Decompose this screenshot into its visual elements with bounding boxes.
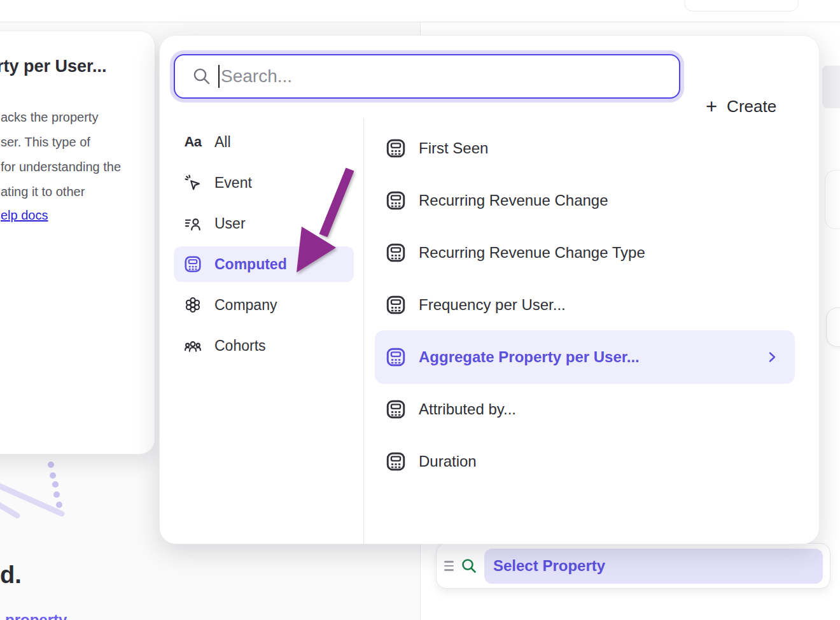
calculator-icon (385, 294, 407, 316)
property-label: Attributed by... (419, 400, 516, 418)
property-label: Recurring Revenue Change (419, 192, 608, 209)
tooltip-body-line: acks the property (1, 110, 98, 125)
search-focus-ring (170, 50, 684, 102)
property-row-attributed-by[interactable]: Attributed by... (375, 390, 795, 428)
calculator-icon (385, 137, 407, 159)
user-list-icon (183, 213, 203, 234)
property-label: Recurring Revenue Change Type (419, 244, 645, 262)
property-label: Frequency per User... (419, 296, 566, 314)
property-row-duration[interactable]: Duration (375, 442, 795, 481)
help-docs-link[interactable]: elp docs (1, 208, 48, 223)
chevron-right-icon (764, 349, 780, 365)
property-row-first-seen[interactable]: First Seen (375, 129, 795, 167)
background-pill-partial (826, 307, 840, 347)
text-cursor (218, 65, 220, 88)
page-heading-fragment: d. (0, 561, 22, 589)
property-tooltip-card: rty per User... acks the property ser. T… (0, 31, 155, 454)
calculator-icon (385, 398, 407, 420)
drag-handle-icon[interactable] (444, 561, 454, 570)
category-label: Cohorts (214, 337, 266, 355)
calculator-icon (385, 346, 407, 368)
background-tab-partial (822, 66, 840, 108)
property-row-aggregate-property-per-user[interactable]: Aggregate Property per User... (375, 330, 795, 384)
property-filter-card: Select Property (436, 543, 830, 589)
create-button[interactable]: + Create (706, 97, 776, 116)
category-label: All (214, 134, 231, 151)
tooltip-body-line: ser. This type of (1, 135, 90, 150)
tooltip-body-line: for understanding the (1, 160, 121, 174)
search-icon (192, 66, 212, 87)
cohorts-people-icon (183, 335, 203, 356)
plus-icon: + (706, 97, 717, 116)
select-property-button[interactable]: Select Property (484, 549, 823, 584)
category-event[interactable]: Event (174, 165, 354, 201)
category-label: User (214, 215, 246, 232)
tooltip-title: rty per User... (0, 57, 107, 76)
search-field[interactable] (174, 54, 680, 99)
event-cursor-icon (183, 173, 203, 193)
create-button-label: Create (727, 97, 776, 116)
calculator-icon (385, 451, 407, 472)
tooltip-body-line: ating it to other (1, 185, 85, 199)
category-all[interactable]: Aa All (174, 124, 354, 160)
company-cluster-icon (183, 295, 203, 315)
aa-text-icon: Aa (183, 132, 203, 152)
category-label: Company (214, 297, 277, 314)
calculator-icon (385, 242, 407, 264)
calculator-icon (183, 254, 203, 274)
select-property-label: Select Property (493, 557, 605, 575)
category-label: Event (214, 174, 252, 192)
green-search-icon (460, 557, 478, 575)
property-label: Aggregate Property per User... (419, 348, 640, 366)
search-input[interactable] (221, 66, 603, 87)
bottom-link-fragment[interactable]: property (5, 611, 67, 620)
top-toolbar-button-partial[interactable] (684, 0, 799, 11)
property-row-frequency-per-user[interactable]: Frequency per User... (375, 286, 795, 324)
calculator-icon (385, 190, 407, 211)
category-computed[interactable]: Computed (174, 246, 354, 282)
category-label: Computed (214, 256, 287, 273)
category-cohorts[interactable]: Cohorts (174, 328, 354, 363)
property-row-recurring-revenue-change-type[interactable]: Recurring Revenue Change Type (375, 234, 795, 272)
category-user[interactable]: User (174, 206, 354, 241)
property-row-recurring-revenue-change[interactable]: Recurring Revenue Change (375, 181, 795, 220)
category-company[interactable]: Company (174, 287, 354, 323)
property-label: First Seen (419, 139, 488, 157)
modal-column-divider (363, 118, 364, 544)
property-selector-modal: + Create Aa All Event (159, 35, 820, 544)
background-card-partial (825, 170, 840, 229)
property-label: Duration (419, 453, 477, 470)
